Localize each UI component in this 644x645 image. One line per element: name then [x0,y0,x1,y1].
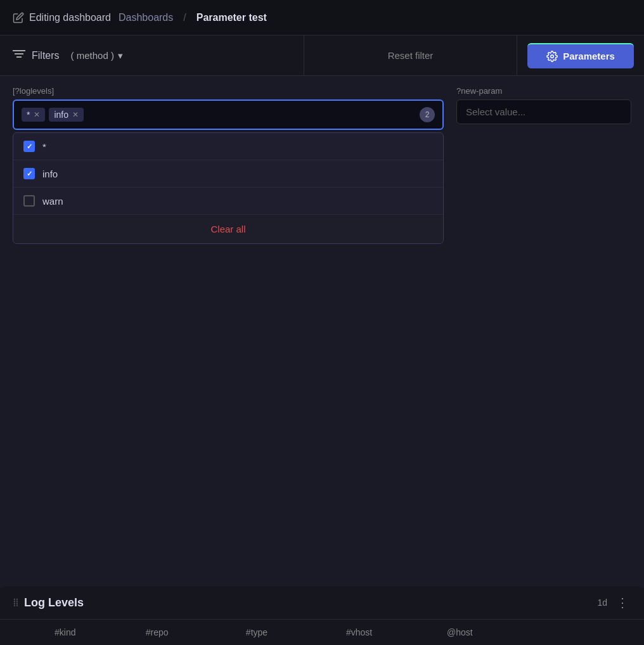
new-param-wrapper: ?new-param Select value... [456,86,631,124]
table-header: #kind #repo #type #vhost @host [0,620,644,645]
dropdown-item-info-label: info [42,169,58,179]
filter-label: Filters [32,50,60,61]
edit-icon [13,12,24,23]
loglevels-label: [?loglevels] [13,86,444,96]
log-levels-section: ⁞⁞ Log Levels 1d ⋮ #kind #repo #type #vh… [0,586,644,645]
method-filter-button[interactable]: ( method ) ▾ [66,48,128,64]
checkbox-star[interactable] [23,141,35,152]
filter-section: Filters ( method ) ▾ [0,35,304,75]
th-type: #type [233,620,333,645]
parameters-label: Parameters [563,51,615,61]
breadcrumb-current: Parameter test [196,12,267,23]
drag-handle-icon[interactable]: ⁞⁞ [13,596,18,610]
th-vhost: #vhost [333,620,434,645]
tag-star[interactable]: * ✕ [22,108,45,122]
th-kind: #kind [42,620,133,645]
filter-bar: Filters ( method ) ▾ Reset filter Parame… [0,35,644,76]
method-label: ( method ) [71,50,114,61]
breadcrumb-parent[interactable]: Dashboards [119,12,173,23]
breadcrumb-sep: / [183,12,186,23]
clear-all-button[interactable]: Clear all [13,215,443,243]
checkbox-warn[interactable] [23,195,35,207]
tag-star-value: * [27,110,30,120]
tag-info-remove[interactable]: ✕ [72,110,79,119]
editing-label: Editing dashboard [29,12,111,23]
th-host: @host [434,620,644,645]
main-content: [?loglevels] * ✕ info ✕ 2 [0,76,644,645]
dropdown-container: [?loglevels] * ✕ info ✕ 2 [0,76,644,130]
checkbox-info[interactable] [23,168,35,179]
tag-count-badge: 2 [420,107,435,122]
dropdown-item-star-label: * [42,141,46,152]
top-bar: Editing dashboard Dashboards / Parameter… [0,0,644,35]
svg-point-3 [551,54,554,58]
reset-section: Reset filter [304,35,517,75]
chevron-down-icon: ▾ [118,50,123,61]
log-table: #kind #repo #type #vhost @host ⋮ logs hu… [0,620,644,645]
loglevels-param-wrapper: [?loglevels] * ✕ info ✕ 2 [13,86,444,130]
param-row: [?loglevels] * ✕ info ✕ 2 [13,86,631,130]
tag-star-remove[interactable]: ✕ [34,110,40,119]
filter-icon [13,49,25,62]
dropdown-item-warn[interactable]: warn [13,188,443,215]
reset-filter-button[interactable]: Reset filter [388,50,434,61]
params-section: Parameters [517,35,644,75]
new-param-label: ?new-param [456,86,631,96]
dropdown-item-star[interactable]: * [13,133,443,160]
dropdown-list: * info warn Clear all [13,132,444,244]
log-panel-time: 1d [597,597,607,608]
dropdown-item-warn-label: warn [42,196,63,207]
new-param-placeholder: Select value... [466,106,525,117]
multiselect-input[interactable]: * ✕ info ✕ 2 [13,99,444,130]
tag-info[interactable]: info ✕ [49,108,84,122]
parameters-button[interactable]: Parameters [527,43,634,68]
log-panel-title: Log Levels [24,596,591,610]
gear-icon [546,51,558,62]
dropdown-item-info[interactable]: info [13,160,443,188]
new-param-select[interactable]: Select value... [456,99,631,124]
th-repo: #repo [133,620,233,645]
log-panel-header: ⁞⁞ Log Levels 1d ⋮ [0,586,644,620]
tag-info-value: info [54,110,68,120]
log-panel-menu-icon[interactable]: ⋮ [614,595,631,610]
edit-label-section: Editing dashboard [13,12,111,23]
th-spacer [0,620,42,645]
